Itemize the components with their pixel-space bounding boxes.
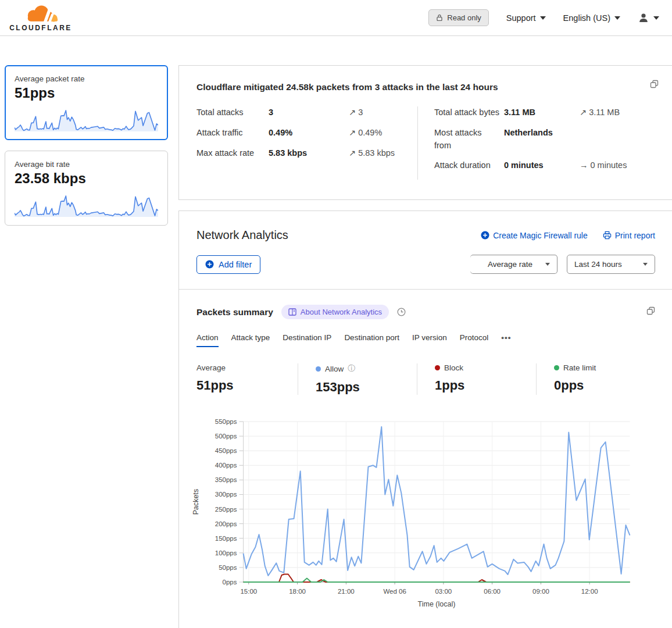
chevron-down-icon [614,16,620,20]
stat-trend: ↗ 0.49% [349,127,382,140]
stat-value: 5.83 kbps [269,147,349,160]
copy-icon[interactable] [646,306,655,317]
stat-row: Total attack bytes 3.11 MB ↗ 3.11 MB [434,106,655,119]
chevron-down-icon [545,263,550,266]
metric-value: 1pps [435,378,536,393]
cloudflare-logo[interactable]: CLOUDFLARE [9,4,72,32]
chevron-down-icon [540,16,546,20]
stat-label: Total attack bytes [434,106,504,119]
tab-attack-type[interactable]: Attack type [231,333,270,347]
support-label: Support [506,13,536,23]
tab-protocol[interactable]: Protocol [460,333,489,347]
svg-text:150pps: 150pps [215,535,237,542]
tab-destination-port[interactable]: Destination port [344,333,399,347]
tab-action[interactable]: Action [196,333,219,347]
metric-value: 153pps [316,380,417,395]
stat-row: Total attacks 3 ↗ 3 [196,106,417,119]
metric-allow: Allow ⓘ 153pps [298,363,417,395]
clock-icon[interactable] [397,308,406,316]
language-label: English (US) [563,13,610,23]
account-menu[interactable] [638,12,659,23]
link-label: Create Magic Firewall rule [493,231,588,240]
packets-summary-tabs: Action Attack type Destination IP Destin… [179,333,672,347]
about-network-analytics-badge[interactable]: About Network Analytics [281,305,389,319]
add-filter-button[interactable]: Add filter [196,255,260,274]
chevron-down-icon [653,16,659,20]
svg-text:06:00: 06:00 [484,588,501,595]
stat-label: Max attack rate [196,147,269,160]
user-icon [638,12,649,23]
avg-bit-rate-card[interactable]: Average bit rate 23.58 kbps [5,151,168,226]
metric-label: Allow [325,365,344,373]
more-tabs-button[interactable]: ••• [501,333,511,347]
stat-row: Attack traffic 0.49% ↗ 0.49% [196,127,417,140]
legend-dot [435,365,440,370]
time-range-select[interactable]: Last 24 hours [567,255,655,274]
link-label: Print report [615,231,655,240]
svg-text:21:00: 21:00 [338,588,355,595]
svg-text:0pps: 0pps [223,579,237,586]
read-only-label: Read only [447,13,481,22]
support-menu[interactable]: Support [506,13,546,23]
tab-ip-version[interactable]: IP version [412,333,447,347]
svg-text:12:00: 12:00 [581,588,598,595]
svg-text:300pps: 300pps [215,491,237,498]
metric-select-value: Average rate [488,260,532,269]
svg-text:09:00: 09:00 [532,588,549,595]
metric-value: 0pps [554,378,655,393]
bit-rate-sparkline [15,192,158,218]
svg-text:Packets: Packets [192,489,200,515]
stat-trend: ↗ 5.83 kbps [349,147,395,160]
svg-text:100pps: 100pps [215,550,237,556]
packet-rate-sparkline [15,107,158,133]
avg-packet-rate-card[interactable]: Average packet rate 51pps [5,65,168,140]
svg-text:03:00: 03:00 [435,588,452,595]
svg-text:350pps: 350pps [215,476,237,483]
svg-text:Wed 06: Wed 06 [383,588,406,595]
packets-summary-title: Packets summary [196,307,273,317]
tab-destination-ip[interactable]: Destination IP [283,333,331,347]
attack-stats-right: Total attack bytes 3.11 MB ↗ 3.11 MB Mos… [417,106,655,180]
attack-summary-title: Cloudflare mitigated 24.58k packets from… [196,82,655,92]
stat-trend: ↗ 3 [349,106,363,119]
svg-text:50pps: 50pps [219,564,237,571]
metric-select[interactable]: Average rate [470,255,557,274]
metric-sidebar: Average packet rate 51pps Average bit ra… [5,65,168,226]
stat-row: Most attacks from Netherlands [434,127,655,152]
time-range-value: Last 24 hours [574,260,622,269]
create-magic-firewall-rule-link[interactable]: Create Magic Firewall rule [481,231,588,240]
legend-dot [554,365,559,370]
stat-value: 0 minutes [504,159,580,172]
stat-label: Total attacks [196,106,269,119]
logo-wordmark: CLOUDFLARE [9,24,72,32]
stat-value: 0.49% [269,127,349,140]
stat-value: 3 [269,106,349,119]
svg-text:500pps: 500pps [215,433,237,440]
svg-text:550pps: 550pps [215,418,237,425]
attack-summary-panel: Cloudflare mitigated 24.58k packets from… [178,65,672,200]
metric-label: Average [196,363,226,372]
stat-label: Most attacks from [434,127,504,152]
svg-text:400pps: 400pps [215,462,237,469]
language-menu[interactable]: English (US) [563,13,620,23]
circle-plus-icon [205,260,214,269]
add-filter-label: Add filter [219,260,252,269]
stat-value: Netherlands [504,127,580,152]
copy-icon[interactable] [650,80,659,91]
packets-chart[interactable]: 0pps50pps100pps150pps200pps250pps300pps3… [179,416,672,611]
network-analytics-panel: Network Analytics Create Magic Firewall … [178,210,672,628]
network-analytics-title: Network Analytics [196,229,288,242]
packets-metrics-row: Average 51pps Allow ⓘ 153pps Block [179,363,672,395]
print-report-link[interactable]: Print report [603,231,655,240]
info-icon[interactable]: ⓘ [348,363,355,374]
chevron-down-icon [643,263,648,266]
svg-text:15:00: 15:00 [240,588,257,595]
svg-text:250pps: 250pps [215,506,237,513]
metric-card-label: Average packet rate [15,74,158,83]
top-header: CLOUDFLARE Read only Support English (US… [0,0,672,36]
stat-row: Max attack rate 5.83 kbps ↗ 5.83 kbps [196,147,417,160]
svg-text:200pps: 200pps [215,520,237,527]
lock-icon [436,14,443,22]
metric-value: 51pps [196,378,298,393]
metric-block: Block 1pps [417,363,536,395]
